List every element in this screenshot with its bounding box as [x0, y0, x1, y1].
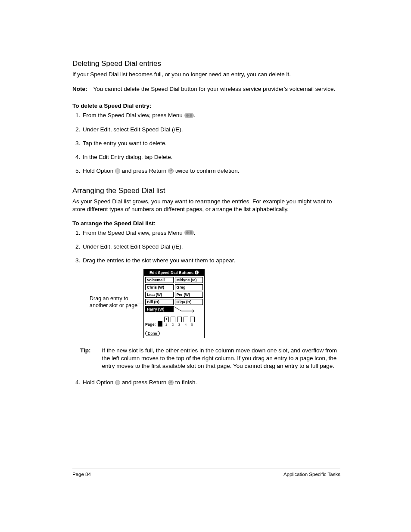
step-5: Hold Option and press Return twice to co… — [82, 167, 340, 175]
figure-callout-text: Drag an entry to another slot or page — [90, 296, 137, 308]
arr-step-2: Under Edit, select Edit Speed Dial (/E). — [82, 243, 340, 251]
return-icon — [168, 380, 174, 385]
callout-line — [137, 304, 143, 304]
page-box-4 — [184, 317, 188, 322]
tip-block: Tip: If the new slot is full, the other … — [80, 347, 340, 370]
page-num: 1 — [165, 323, 167, 327]
option-icon — [115, 168, 120, 174]
page-num: 4 — [185, 323, 187, 327]
page-num: 2 — [172, 323, 174, 327]
footer-page-number: Page 84 — [72, 472, 91, 477]
device-title-text: Edit Speed Dial Buttons — [149, 271, 193, 275]
device-page-selector: Page: 1 2 3 4 5 — [144, 315, 204, 327]
arr-step-4: Hold Option and press Return to finish. — [82, 379, 340, 386]
section-intro-deleting: If your Speed Dial list becomes full, or… — [72, 71, 340, 78]
step-5-text-a: Hold Option — [83, 168, 115, 174]
subheading-delete: To delete a Speed Dial entry: — [72, 103, 340, 109]
speed-dial-cell: Voicemail — [145, 277, 174, 283]
step-3: Tap the entry you want to delete. — [82, 140, 340, 147]
figure-callout: Drag an entry to another slot or page — [90, 269, 139, 309]
page-box-3 — [177, 317, 182, 322]
device-grid: Voicemail Midyne (M) Chris (W) Greg Lisa… — [144, 276, 204, 315]
arr-step-1-text-b: . — [194, 230, 196, 236]
subheading-arrange: To arrange the Speed Dial list: — [72, 220, 340, 227]
done-button: Done — [145, 331, 160, 336]
step-2: Under Edit, select Edit Speed Dial (/E). — [82, 126, 340, 134]
page-num: 5 — [191, 323, 193, 327]
page-footer: Page 84 Application Specific Tasks — [72, 469, 340, 477]
step-1-text-a: From the Speed Dial view, press Menu — [83, 112, 184, 118]
step-5-text-b: and press Return — [120, 168, 168, 174]
steps-arrange-cont: Hold Option and press Return to finish. — [72, 379, 340, 386]
page-content: Deleting Speed Dial entries If your Spee… — [72, 59, 340, 396]
device-title-bar: Edit Speed Dial Buttons i — [144, 270, 204, 276]
option-icon — [115, 380, 120, 385]
step-1: From the Speed Dial view, press Menu . — [82, 112, 340, 119]
note-text: You cannot delete the Speed Dial button … — [93, 85, 341, 93]
note-label: Note: — [72, 85, 87, 93]
speed-dial-cell: Olga (H) — [175, 299, 203, 305]
arr-step-1-text-a: From the Speed Dial view, press Menu — [83, 230, 184, 236]
tip-text: If the new slot is full, the other entri… — [102, 347, 341, 370]
step-4: In the Edit Entry dialog, tap Delete. — [82, 153, 340, 161]
section-title-arranging: Arranging the Speed Dial list — [72, 187, 340, 195]
drag-arrow — [175, 306, 203, 312]
speed-dial-cell: Midyne (M) — [175, 277, 203, 283]
speed-dial-cell: Bill (H) — [145, 299, 174, 305]
speed-dial-cell: Chris (W) — [145, 284, 174, 290]
menu-icon — [184, 113, 194, 118]
arr-step-3: Drag the entries to the slot where you w… — [82, 257, 340, 264]
step-5-text-c: twice to confirm deletion. — [174, 168, 239, 174]
note-block: Note: You cannot delete the Speed Dial b… — [72, 85, 340, 93]
figure-edit-speed-dial: Drag an entry to another slot or page Ed… — [90, 269, 340, 338]
arr-step-4-text-b: and press Return — [120, 379, 168, 386]
page-box-2 — [171, 317, 175, 322]
page-box-1 — [164, 317, 169, 322]
section-title-deleting: Deleting Speed Dial entries — [72, 59, 340, 68]
page-box-5 — [190, 317, 195, 322]
footer-section-name: Application Specific Tasks — [283, 472, 340, 477]
return-icon — [168, 168, 174, 174]
steps-arrange: From the Speed Dial view, press Menu . U… — [72, 229, 340, 265]
page-num: 3 — [178, 323, 180, 327]
tip-label: Tip: — [80, 347, 91, 370]
device-screenshot: Edit Speed Dial Buttons i Voicemail Midy… — [143, 269, 205, 338]
info-icon: i — [195, 271, 199, 274]
arr-step-1: From the Speed Dial view, press Menu . — [82, 229, 340, 237]
speed-dial-cell-selected: Harry (W) — [145, 306, 174, 312]
page-list-icon — [158, 321, 162, 327]
speed-dial-cell: Greg — [175, 284, 203, 290]
section-intro-arranging: As your Speed Dial list grows, you may w… — [72, 198, 340, 213]
arr-step-4-text-a: Hold Option — [83, 379, 115, 386]
menu-icon — [184, 230, 194, 235]
step-1-text-b: . — [194, 112, 196, 118]
speed-dial-cell: Per (W) — [175, 292, 203, 298]
speed-dial-cell: Lisa (W) — [145, 292, 174, 298]
arr-step-4-text-c: to finish. — [174, 379, 197, 386]
steps-delete: From the Speed Dial view, press Menu . U… — [72, 112, 340, 175]
page-label: Page: — [145, 322, 156, 327]
device-done-row: Done — [144, 327, 204, 338]
